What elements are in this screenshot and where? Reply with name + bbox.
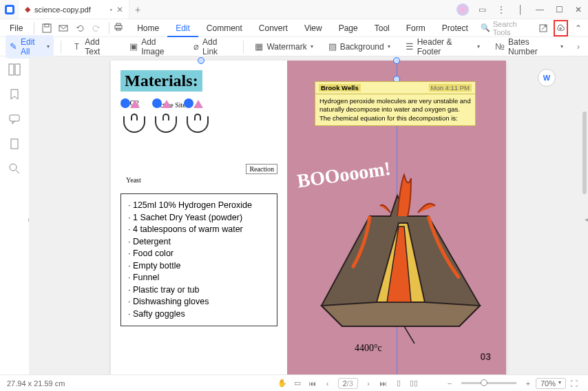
document-tab[interactable]: ◆ science-copy.pdf ● ✕: [19, 0, 129, 19]
watermark-button[interactable]: ▦ Watermark ▾: [251, 39, 317, 54]
page-dimensions: 27.94 x 21.59 cm: [7, 379, 65, 388]
tab-tool[interactable]: Tool: [366, 19, 398, 37]
list-item: Funnel: [128, 272, 270, 284]
next-page-icon[interactable]: ›: [361, 376, 376, 391]
search-icon[interactable]: [8, 162, 21, 175]
tab-page[interactable]: Page: [330, 19, 366, 37]
bates-number-button[interactable]: № Bates Number ▾: [491, 35, 567, 59]
redo-icon[interactable]: [88, 20, 105, 36]
two-page-icon[interactable]: ▯▯: [406, 376, 421, 391]
svg-rect-2: [43, 24, 51, 32]
page-indicator[interactable]: 2/3: [338, 378, 358, 389]
thumbnails-icon[interactable]: [8, 63, 21, 76]
text-icon: Ｔ: [72, 41, 81, 53]
svg-rect-6: [116, 23, 120, 25]
first-page-icon[interactable]: ⏮: [305, 376, 320, 391]
bookmarks-icon[interactable]: [8, 88, 21, 101]
open-external-icon[interactable]: [536, 20, 551, 36]
selection-handle-left[interactable]: [198, 57, 204, 64]
temperature-label: 4400°c: [355, 343, 382, 354]
chevron-down-icon: ▾: [311, 43, 313, 50]
comment-time: Mon 4:11 PM: [429, 84, 472, 92]
more-menu-icon[interactable]: ⋮: [492, 0, 511, 19]
select-tool-icon[interactable]: ▭: [290, 376, 305, 391]
close-window-button[interactable]: ✕: [569, 0, 588, 19]
document-canvas[interactable]: Materials: H2O2 Active Site Yeast Reacti…: [29, 56, 588, 374]
comment-author: Brook Wells: [319, 84, 361, 92]
background-button[interactable]: ▨ Background ▾: [324, 39, 395, 54]
cloud-upload-icon[interactable]: [554, 20, 568, 36]
titlebar: ◆ science-copy.pdf ● ✕ + ▭ ⋮ │ — ☐ ✕: [0, 0, 588, 19]
list-item: Detergent: [128, 236, 270, 249]
svg-rect-12: [11, 139, 18, 149]
fit-page-icon[interactable]: ⛶: [566, 376, 581, 391]
add-image-button[interactable]: ▣ Add Image: [125, 35, 182, 59]
chevron-down-icon: ▾: [477, 43, 480, 50]
save-icon[interactable]: [39, 20, 55, 36]
list-item: Food color: [128, 248, 270, 260]
svg-rect-11: [10, 115, 19, 121]
header-footer-button[interactable]: ☰ Header & Footer ▾: [401, 35, 484, 59]
prev-page-icon[interactable]: ‹: [320, 376, 335, 391]
file-menu[interactable]: File: [3, 23, 30, 33]
user-avatar[interactable]: [453, 0, 472, 19]
volcano-illustration: [301, 168, 494, 347]
add-link-button[interactable]: ⌀ Add Link: [189, 35, 236, 59]
materials-list: 125ml 10% Hydrogen Peroxide 1 Sachet Dry…: [120, 193, 277, 326]
comment-annotation[interactable]: Brook Wells Mon 4:11 PM Hydrogen peroxid…: [315, 81, 476, 126]
list-item: Empty bottle: [128, 260, 270, 273]
comments-icon[interactable]: [8, 113, 21, 125]
tab-modified-dot: ●: [109, 8, 112, 12]
minimize-button[interactable]: —: [530, 0, 549, 19]
chevron-down-icon: ▾: [47, 43, 50, 50]
print-icon[interactable]: [114, 22, 123, 34]
close-tab-icon[interactable]: ✕: [116, 5, 123, 14]
tab-title: science-copy.pdf: [34, 6, 105, 14]
zoom-thumb[interactable]: [481, 379, 487, 386]
left-sidebar: ▸: [0, 56, 29, 374]
add-tab-button[interactable]: +: [129, 4, 146, 15]
single-page-icon[interactable]: ▯: [391, 376, 406, 391]
reaction-label: Reaction: [246, 164, 277, 174]
bates-icon: №: [495, 41, 505, 52]
chevron-down-icon: ▾: [560, 43, 563, 50]
svg-rect-9: [9, 64, 14, 75]
vertical-scrollbar[interactable]: [582, 112, 587, 194]
yeast-cup-1: [120, 105, 148, 133]
add-text-button[interactable]: Ｔ Add Text: [68, 35, 118, 59]
undo-icon[interactable]: [72, 20, 88, 36]
chevron-down-icon: ▾: [388, 43, 390, 50]
tab-convert[interactable]: Convert: [251, 19, 296, 37]
edit-all-button[interactable]: ✎ Edit All ▾: [6, 35, 54, 59]
hand-tool-icon[interactable]: ✋: [275, 376, 290, 391]
yeast-cup-2: [152, 105, 180, 133]
mail-icon[interactable]: [55, 20, 72, 36]
watermark-icon: ▦: [255, 41, 263, 52]
attachments-icon[interactable]: [8, 138, 21, 150]
expand-right-panel-icon[interactable]: ◂: [585, 215, 588, 223]
word-export-icon[interactable]: W: [538, 69, 556, 87]
yeast-diagram: H2O2 Active Site Yeast Reaction: [120, 105, 277, 174]
chevron-down-icon: ▾: [558, 379, 561, 388]
last-page-icon[interactable]: ⏭: [376, 376, 391, 391]
search-icon: 🔍: [481, 23, 490, 32]
zoom-slider[interactable]: [461, 382, 516, 384]
page-number: 03: [480, 351, 491, 362]
notification-icon[interactable]: ▭: [472, 0, 492, 19]
list-item: Plastic tray or tub: [128, 284, 270, 297]
collapse-ribbon-icon[interactable]: ⌃: [571, 20, 585, 36]
svg-rect-1: [7, 7, 12, 12]
tab-view[interactable]: View: [296, 19, 330, 37]
zoom-out-icon[interactable]: −: [442, 376, 457, 391]
zoom-value[interactable]: 70% ▾: [536, 378, 566, 389]
zoom-in-icon[interactable]: +: [521, 376, 536, 391]
page-right: Brook Wells Mon 4:11 PM Hydrogen peroxid…: [287, 61, 506, 374]
list-item: 1 Sachet Dry Yeast (powder): [128, 212, 270, 224]
document-spread: Materials: H2O2 Active Site Yeast Reacti…: [111, 61, 506, 374]
selection-handle-top[interactable]: [393, 57, 400, 64]
statusbar: 27.94 x 21.59 cm ✋ ▭ ⏮ ‹ 2/3 › ⏭ ▯ ▯▯ − …: [0, 374, 588, 391]
maximize-button[interactable]: ☐: [549, 0, 569, 19]
toolbar-more-icon[interactable]: ›: [574, 42, 582, 52]
main-area: ▸ Materials: H2O2 Active Site Yeast Reac…: [0, 56, 588, 374]
search-tools[interactable]: 🔍 Search Tools: [476, 20, 534, 36]
